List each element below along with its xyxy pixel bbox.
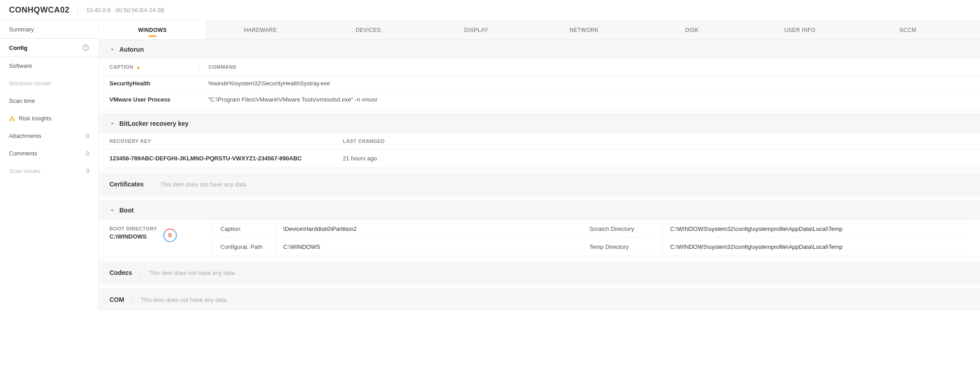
boot-badge-icon: B bbox=[163, 229, 177, 242]
cell-last-changed: 21 hours ago bbox=[343, 155, 969, 162]
col-header-command[interactable]: COMMAND bbox=[199, 64, 969, 70]
page-header: CONHQWCA02 10.40.0.8 · 00:50:56:BA:24:3B bbox=[0, 0, 980, 21]
section-title: Autorun bbox=[119, 46, 144, 53]
chevron-down-icon bbox=[109, 121, 115, 126]
section-codecs: Codecs This item does not have any data bbox=[99, 262, 980, 283]
sidebar-item-label: Summary bbox=[9, 26, 34, 33]
sidebar-item-label: Scan issues bbox=[9, 168, 40, 174]
empty-message: This item does not have any data bbox=[149, 270, 235, 276]
boot-grid: Caption \Device\Harddisk0\Partition2 Scr… bbox=[213, 220, 969, 256]
table-row: 123456-789ABC-DEFGHI-JKLMNO-PQRSTU-VWXYZ… bbox=[99, 150, 980, 168]
boot-conf-label: Configurat. Path bbox=[213, 238, 276, 256]
sidebar-item-badge: 0 bbox=[86, 150, 89, 157]
refresh-icon[interactable] bbox=[82, 44, 89, 51]
section-certificates: Certificates This item does not have any… bbox=[99, 174, 980, 195]
cell-caption: VMware User Process bbox=[109, 96, 199, 103]
col-header-caption[interactable]: CAPTION ▲ bbox=[109, 64, 199, 70]
col-header-recovery-key[interactable]: RECOVERY KEY bbox=[109, 138, 343, 144]
tab-sccm[interactable]: SCCM bbox=[854, 21, 962, 40]
sidebar-item-config[interactable]: Config bbox=[0, 38, 98, 57]
boot-caption-label: Caption bbox=[213, 220, 276, 238]
sidebar-item-label: Config bbox=[9, 44, 27, 51]
section-title: COM bbox=[109, 296, 133, 303]
boot-temp-label: Temp Directory bbox=[582, 238, 663, 256]
table-row: SecurityHealth %windir%\system32\Securit… bbox=[99, 75, 980, 92]
tab-devices[interactable]: DEVICES bbox=[315, 21, 423, 40]
sidebar-item-badge: 0 bbox=[86, 133, 89, 139]
boot-scratch-value: C:\WINDOWS\system32\config\systemprofile… bbox=[663, 220, 970, 238]
boot-temp-value: C:\WINDOWS\system32\config\systemprofile… bbox=[663, 238, 970, 256]
sidebar-item-label: Windows cluster bbox=[9, 80, 52, 87]
empty-message: This item does not have any data bbox=[160, 181, 246, 188]
sidebar-item-badge: 0 bbox=[86, 168, 89, 174]
sidebar-item-label: Attachments bbox=[9, 133, 41, 139]
chevron-down-icon bbox=[109, 208, 115, 213]
section-title: Certificates bbox=[109, 181, 152, 188]
section-header-autorun[interactable]: Autorun bbox=[99, 40, 980, 59]
section-header-boot[interactable]: Boot bbox=[99, 201, 980, 220]
sidebar-item-software[interactable]: Software bbox=[0, 57, 98, 75]
col-header-label: CAPTION bbox=[109, 64, 133, 70]
section-title: Boot bbox=[119, 207, 134, 214]
sidebar-item-attachments[interactable]: Attachments 0 bbox=[0, 127, 98, 145]
col-header-last-changed[interactable]: LAST CHANGED bbox=[343, 138, 969, 144]
host-name: CONHQWCA02 bbox=[9, 5, 78, 15]
boot-conf-value: C:\WINDOWS bbox=[276, 238, 582, 256]
tab-user-info[interactable]: USER INFO bbox=[746, 21, 854, 40]
sidebar-item-windows-cluster: Windows cluster bbox=[0, 75, 98, 92]
sidebar-item-scan-time[interactable]: Scan time bbox=[0, 92, 98, 110]
sidebar-item-label: Risk insights bbox=[19, 115, 52, 122]
sidebar-item-summary[interactable]: Summary bbox=[0, 21, 98, 38]
sidebar-item-comments[interactable]: Comments 0 bbox=[0, 145, 98, 162]
table-row: VMware User Process "C:\Program Files\VM… bbox=[99, 92, 980, 108]
section-title: BitLocker recovery key bbox=[119, 120, 188, 127]
sidebar: Summary Config Software Windows cluster … bbox=[0, 21, 99, 310]
sidebar-item-scan-issues: Scan issues 0 bbox=[0, 162, 98, 180]
cell-recovery-key: 123456-789ABC-DEFGHI-JKLMNO-PQRSTU-VWXYZ… bbox=[109, 155, 343, 162]
sidebar-item-risk-insights[interactable]: Risk insights bbox=[0, 110, 98, 127]
section-title: Codecs bbox=[109, 269, 141, 276]
sidebar-item-label: Software bbox=[9, 62, 32, 69]
tab-network[interactable]: NETWORK bbox=[530, 21, 639, 40]
section-com: COM This item does not have any data bbox=[99, 289, 980, 310]
sidebar-item-label: Comments bbox=[9, 150, 37, 157]
cell-command: "C:\Program Files\VMware\VMware Tools\vm… bbox=[199, 96, 969, 103]
main-content: WINDOWS HARDWARE DEVICES DISPLAY NETWORK… bbox=[99, 21, 980, 310]
boot-caption-value: \Device\Harddisk0\Partition2 bbox=[276, 220, 582, 238]
cell-caption: SecurityHealth bbox=[109, 80, 199, 87]
boot-directory-value: C:\WINDOWS bbox=[109, 233, 157, 240]
host-mac: 00:50:56:BA:24:3B bbox=[115, 7, 164, 13]
boot-body: BOOT DIRECTORY C:\WINDOWS B Caption \Dev… bbox=[99, 220, 980, 256]
autorun-table-head: CAPTION ▲ COMMAND bbox=[99, 59, 980, 75]
tab-hardware[interactable]: HARDWARE bbox=[207, 21, 315, 40]
empty-message: This item does not have any data bbox=[141, 296, 227, 303]
host-meta: 10.40.0.8 · 00:50:56:BA:24:3B bbox=[86, 7, 164, 13]
host-ip: 10.40.0.8 bbox=[86, 7, 110, 13]
tab-display[interactable]: DISPLAY bbox=[423, 21, 531, 40]
tab-windows[interactable]: WINDOWS bbox=[99, 21, 207, 40]
chevron-down-icon bbox=[109, 47, 115, 52]
tab-blank bbox=[962, 21, 980, 40]
boot-scratch-label: Scratch Directory bbox=[582, 220, 663, 238]
sort-asc-icon: ▲ bbox=[136, 64, 141, 70]
cell-command: %windir%\system32\SecurityHealthSystray.… bbox=[199, 80, 969, 87]
boot-directory-label: BOOT DIRECTORY bbox=[109, 226, 157, 231]
bitlocker-table-head: RECOVERY KEY LAST CHANGED bbox=[99, 133, 980, 150]
tab-disk[interactable]: DISK bbox=[639, 21, 747, 40]
warning-icon bbox=[9, 115, 15, 122]
section-header-bitlocker[interactable]: BitLocker recovery key bbox=[99, 114, 980, 133]
config-tabs: WINDOWS HARDWARE DEVICES DISPLAY NETWORK… bbox=[99, 21, 980, 40]
boot-directory-block: BOOT DIRECTORY C:\WINDOWS B bbox=[109, 220, 213, 256]
sidebar-item-label: Scan time bbox=[9, 97, 35, 104]
